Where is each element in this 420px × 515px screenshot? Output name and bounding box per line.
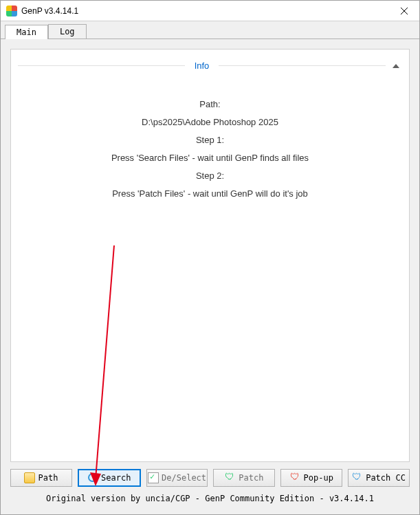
button-row: Path Search De/Select Patch Pop-up Patch… <box>10 462 410 491</box>
popup-button-label: Pop-up <box>304 473 333 483</box>
shield-red-icon <box>290 472 301 483</box>
close-button[interactable] <box>388 1 419 21</box>
app-window: GenP v3.4.14.1 Main Log Info Path: D:\ps… <box>0 0 420 515</box>
shield-green-icon <box>225 472 236 483</box>
deselect-button[interactable]: De/Select <box>146 469 208 487</box>
search-icon <box>87 472 98 483</box>
tab-bar: Main Log <box>1 21 419 39</box>
window-title: GenP v3.4.14.1 <box>21 6 78 16</box>
patch-button[interactable]: Patch <box>213 469 275 487</box>
path-label: Path: <box>25 96 395 113</box>
footer-text: Original version by uncia/CGP - GenP Com… <box>10 491 410 505</box>
step1-text: Press 'Search Files' - wait until GenP f… <box>25 149 395 167</box>
deselect-button-label: De/Select <box>162 473 206 483</box>
chevron-up-icon <box>393 64 399 68</box>
patchcc-button-label: Patch CC <box>366 473 406 483</box>
shield-blue-icon <box>352 472 363 483</box>
content-area: Info Path: D:\ps2025\Adobe Photoshop 202… <box>1 39 419 514</box>
tab-log[interactable]: Log <box>48 24 87 39</box>
tab-main[interactable]: Main <box>5 25 48 39</box>
step2-text: Press 'Patch Files' - wait until GenP wi… <box>25 185 395 203</box>
patch-button-label: Patch <box>239 473 263 483</box>
path-value: D:\ps2025\Adobe Photoshop 2025 <box>25 113 395 131</box>
patchcc-button[interactable]: Patch CC <box>348 469 410 487</box>
info-header[interactable]: Info <box>11 56 409 75</box>
step2-label: Step 2: <box>25 167 395 185</box>
app-icon <box>6 6 17 17</box>
step1-label: Step 1: <box>25 131 395 149</box>
info-body: Path: D:\ps2025\Adobe Photoshop 2025 Ste… <box>11 75 409 210</box>
titlebar: GenP v3.4.14.1 <box>1 1 419 21</box>
close-icon <box>401 8 408 14</box>
search-button[interactable]: Search <box>78 469 141 487</box>
info-title: Info <box>185 61 219 71</box>
popup-button[interactable]: Pop-up <box>280 469 342 487</box>
checkbox-icon <box>148 472 159 483</box>
folder-icon <box>24 472 35 483</box>
path-button-label: Path <box>38 473 58 483</box>
search-button-label: Search <box>101 473 131 483</box>
info-panel: Info Path: D:\ps2025\Adobe Photoshop 202… <box>10 49 410 462</box>
path-button[interactable]: Path <box>10 469 72 487</box>
